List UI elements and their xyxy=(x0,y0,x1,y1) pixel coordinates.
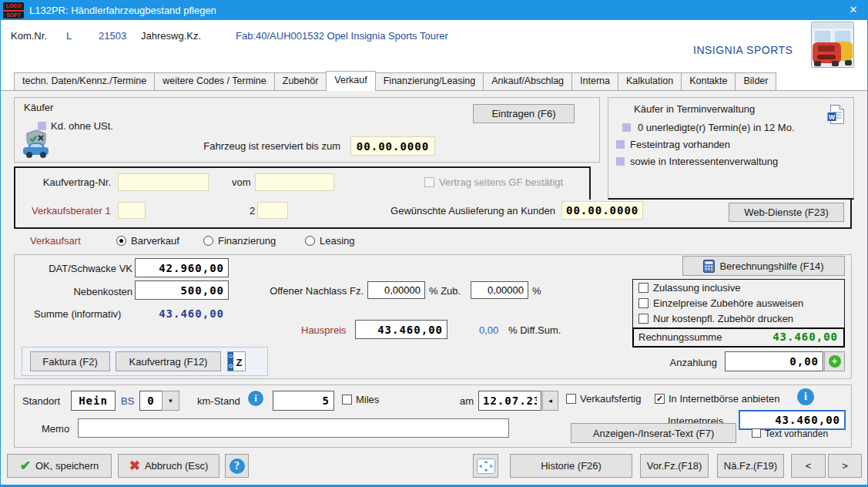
filiale-dropdown-button[interactable]: ▼ xyxy=(162,391,179,411)
dat-schwacke-input[interactable] xyxy=(135,258,229,277)
rechnungssumme-value: 43.460,00 xyxy=(772,331,838,343)
terminverwaltung-title: Käufer in Terminverwaltung xyxy=(634,103,755,116)
preise-section: DAT/Schwacke VK Nebenkosten Offener Nach… xyxy=(14,254,852,379)
filiale-input[interactable] xyxy=(139,391,163,411)
anzahlung-add-button[interactable]: + xyxy=(824,351,845,371)
web-dienste-button[interactable]: Web-Dienste (F23) xyxy=(729,203,844,222)
cross-icon: ✖ xyxy=(129,458,140,474)
km-stand-label: km-Stand xyxy=(197,395,240,408)
status-square xyxy=(616,140,625,149)
nachlass-fz-input[interactable] xyxy=(367,281,425,299)
radio-finanzierung[interactable] xyxy=(203,236,213,246)
tab-finanzierung-leasing[interactable]: Finanzierung/Leasing xyxy=(375,72,484,90)
reserviert-bis-input[interactable] xyxy=(350,136,435,156)
anzahlung-input[interactable] xyxy=(725,351,823,371)
svg-text:Z: Z xyxy=(236,357,243,368)
prev-button[interactable]: < xyxy=(791,454,826,478)
tab-weitere-codes[interactable]: weitere Codes / Termine xyxy=(154,72,275,90)
kostenpfl-label: Nur kostenpfl. Zubehör drucken xyxy=(653,313,793,325)
car-shield-icon xyxy=(21,129,52,160)
dealership-cars-icon xyxy=(811,22,854,68)
inserat-text-button[interactable]: Anzeigen-/Inserat-Text (F7) xyxy=(571,423,736,443)
text-vorhanden-label: Text vorhanden xyxy=(765,428,828,440)
kaufvertrag-drucken-button[interactable]: Kaufvertrag (F12) xyxy=(116,351,221,371)
abbruch-label: Abbruch (Esc) xyxy=(145,460,208,472)
kaufvertrag-nr-input[interactable] xyxy=(118,173,209,191)
word-document-icon[interactable]: W xyxy=(827,105,844,124)
app-window: LOCOSOFT L132PR: Händlerfahrzeugbestand … xyxy=(0,0,868,487)
window-move-button[interactable] xyxy=(473,454,498,478)
move-arrows-icon xyxy=(477,458,495,474)
berechnungshilfe-label: Berechnungshilfe (F14) xyxy=(719,260,823,272)
internet-info-icon[interactable]: i xyxy=(797,388,814,405)
zub-nachlass-input[interactable] xyxy=(471,281,528,299)
faktura-button[interactable]: Faktura (F2) xyxy=(30,351,110,371)
auslieferung-label: Gewünschte Auslieferung an Kunden xyxy=(370,205,555,217)
radio-barverkauf-label[interactable]: Barverkauf xyxy=(131,235,179,247)
termin-item-label: 0 unerledigte(r) Termin(e) in 12 Mo. xyxy=(638,122,795,134)
verkaufsberater1-input[interactable] xyxy=(118,202,146,219)
calculator-icon xyxy=(703,260,715,273)
abbruch-button[interactable]: ✖ Abbruch (Esc) xyxy=(118,454,220,478)
svg-text:W: W xyxy=(829,113,836,121)
locosoft-logo: LOCOSOFT xyxy=(3,2,24,18)
tab-ankauf-abschlag[interactable]: Ankauf/Abschlag xyxy=(483,72,572,90)
check-icon: ✔ xyxy=(20,458,31,474)
z-document-icon[interactable]: Z xyxy=(227,351,246,371)
dat-schwacke-label: DAT/Schwacke VK xyxy=(26,263,132,275)
tab-kalkulation[interactable]: Kalkulation xyxy=(618,72,682,90)
nebenkosten-input[interactable] xyxy=(135,280,229,300)
ok-speichern-button[interactable]: ✔ OK, speichern xyxy=(7,454,112,478)
einzelpreise-checkbox[interactable] xyxy=(638,298,648,308)
miles-checkbox[interactable] xyxy=(342,395,352,405)
eintragen-button[interactable]: Eintragen (F6) xyxy=(473,104,575,123)
memo-input[interactable] xyxy=(78,418,509,438)
next-button[interactable]: > xyxy=(828,454,862,478)
auslieferung-input[interactable] xyxy=(561,201,643,220)
verkaufsfertig-checkbox[interactable] xyxy=(566,394,576,404)
hauspreis-input[interactable] xyxy=(355,320,447,339)
date-back-button[interactable]: ◄ xyxy=(542,391,558,411)
tab-kontakte[interactable]: Kontakte xyxy=(681,72,736,90)
kostenpfl-checkbox[interactable] xyxy=(638,314,648,324)
tab-interna[interactable]: Interna xyxy=(571,72,618,90)
tab-techn-daten[interactable]: techn. Daten/Kennz./Termine xyxy=(14,72,155,90)
tab-bilder[interactable]: Bilder xyxy=(735,72,776,90)
percent-label: % xyxy=(532,285,541,297)
close-icon[interactable]: ✕ xyxy=(840,1,867,20)
gf-bestaetigt-checkbox[interactable] xyxy=(424,177,434,187)
beleg-button-panel: Faktura (F2) Kaufvertrag (F12) Z xyxy=(22,347,268,376)
standort-input[interactable] xyxy=(71,391,116,411)
internetboerse-checkbox[interactable]: ✓ xyxy=(655,394,665,404)
nae-fz-button[interactable]: Nä.Fz.(F19) xyxy=(717,454,784,478)
kaeufer-title: Käufer xyxy=(24,102,53,114)
verkaufsart-label: Verkaufsart xyxy=(30,235,81,247)
summe-label: Summe (informativ) xyxy=(34,308,121,321)
tab-verkauf[interactable]: Verkauf xyxy=(326,71,375,91)
zulassung-checkbox[interactable] xyxy=(638,283,648,293)
radio-finanzierung-label[interactable]: Finanzierung xyxy=(218,235,276,247)
radio-leasing-label[interactable]: Leasing xyxy=(320,235,355,247)
status-square xyxy=(616,157,625,166)
text-vorhanden-checkbox[interactable] xyxy=(752,428,761,438)
fab-vehicle-text: Fab:40/AUH001532 Opel Insignia Sports To… xyxy=(236,30,448,42)
km-stand-input[interactable] xyxy=(273,391,334,411)
vor-fz-button[interactable]: Vor.Fz.(F18) xyxy=(640,454,709,478)
tab-bar: techn. Daten/Kennz./Termine weitere Code… xyxy=(1,73,867,91)
verkaufsberater2-input[interactable] xyxy=(257,202,288,219)
rechnungssumme-label: Rechnungssumme xyxy=(638,331,722,344)
bs-label: BS xyxy=(121,395,134,408)
gf-bestaetigt-label: Vertrag seitens GF bestätigt xyxy=(439,176,563,189)
am-datum-input[interactable] xyxy=(478,391,541,411)
help-button[interactable]: ? xyxy=(225,454,249,478)
percent-zub-label: % Zub. xyxy=(429,285,461,297)
kaeufer-section: Käufer Kd. ohne USt. Fahrzeug ist reserv… xyxy=(14,97,600,163)
radio-barverkauf[interactable] xyxy=(116,236,126,246)
km-info-icon[interactable]: i xyxy=(248,391,263,406)
vom-input[interactable] xyxy=(255,173,334,191)
berechnungshilfe-button[interactable]: Berechnungshilfe (F14) xyxy=(682,256,845,276)
historie-button[interactable]: Historie (F26) xyxy=(510,454,632,478)
zulassung-label: Zulassung inclusive xyxy=(653,282,740,294)
tab-zubehoer[interactable]: Zubehör xyxy=(274,72,327,90)
radio-leasing[interactable] xyxy=(305,236,315,246)
